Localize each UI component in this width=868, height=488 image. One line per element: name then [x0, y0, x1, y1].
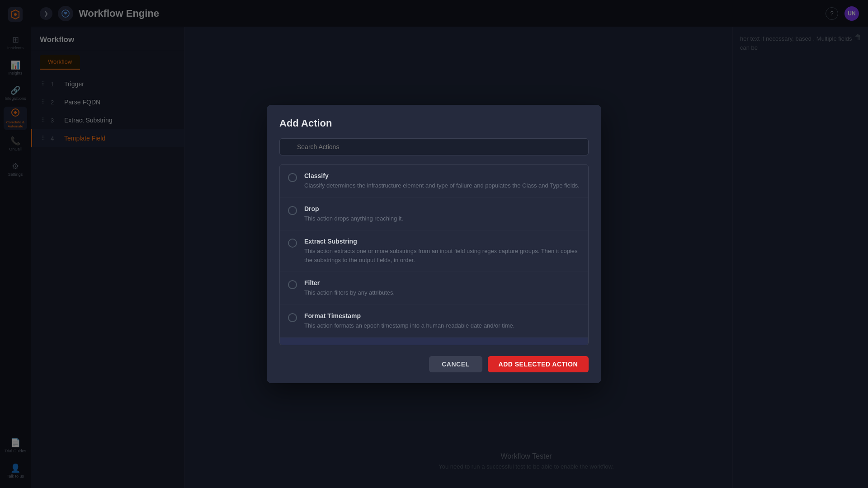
action-item-match-and-update[interactable]: Match and Update This action matches the… [280, 338, 588, 345]
action-desc-format-timestamp: This action formats an epoch timestamp i… [304, 321, 580, 330]
action-info-extract-substring: Extract Substring This action extracts o… [304, 238, 580, 264]
action-item-filter[interactable]: Filter This action filters by any attrib… [280, 272, 588, 305]
action-desc-extract-substring: This action extracts one or more substri… [304, 247, 580, 264]
action-desc-filter: This action filters by any attributes. [304, 288, 580, 297]
action-item-format-timestamp[interactable]: Format Timestamp This action formats an … [280, 305, 588, 338]
action-name-format-timestamp: Format Timestamp [304, 312, 580, 319]
dialog-footer: CANCEL ADD SELECTED ACTION [279, 354, 589, 372]
radio-format-timestamp[interactable] [288, 313, 297, 322]
search-input[interactable] [279, 138, 589, 155]
action-name-extract-substring: Extract Substring [304, 238, 580, 245]
add-selected-action-button[interactable]: ADD SELECTED ACTION [488, 356, 589, 372]
radio-extract-substring[interactable] [288, 239, 297, 248]
action-name-match-and-update: Match and Update [304, 345, 580, 345]
action-item-extract-substring[interactable]: Extract Substring This action extracts o… [280, 230, 588, 272]
action-desc-classify: Classify determines the infrastructure e… [304, 181, 580, 190]
action-item-classify[interactable]: Classify Classify determines the infrast… [280, 165, 588, 198]
action-name-classify: Classify [304, 172, 580, 179]
radio-filter[interactable] [288, 280, 297, 289]
action-info-classify: Classify Classify determines the infrast… [304, 172, 580, 190]
action-desc-drop: This action drops anything reaching it. [304, 214, 580, 223]
cancel-button[interactable]: CANCEL [429, 356, 482, 372]
dialog-title: Add Action [279, 117, 589, 129]
action-name-filter: Filter [304, 279, 580, 286]
search-wrapper: 🔍 [279, 138, 589, 155]
action-list: Classify Classify determines the infrast… [279, 164, 589, 345]
action-info-filter: Filter This action filters by any attrib… [304, 279, 580, 297]
action-item-drop[interactable]: Drop This action drops anything reaching… [280, 198, 588, 231]
add-action-dialog: Add Action 🔍 Classify Classify determine… [267, 105, 601, 383]
action-info-format-timestamp: Format Timestamp This action formats an … [304, 312, 580, 330]
action-info-drop: Drop This action drops anything reaching… [304, 205, 580, 223]
radio-drop[interactable] [288, 206, 297, 215]
action-name-drop: Drop [304, 205, 580, 212]
action-info-match-and-update: Match and Update This action matches the… [304, 345, 580, 345]
radio-classify[interactable] [288, 173, 297, 182]
